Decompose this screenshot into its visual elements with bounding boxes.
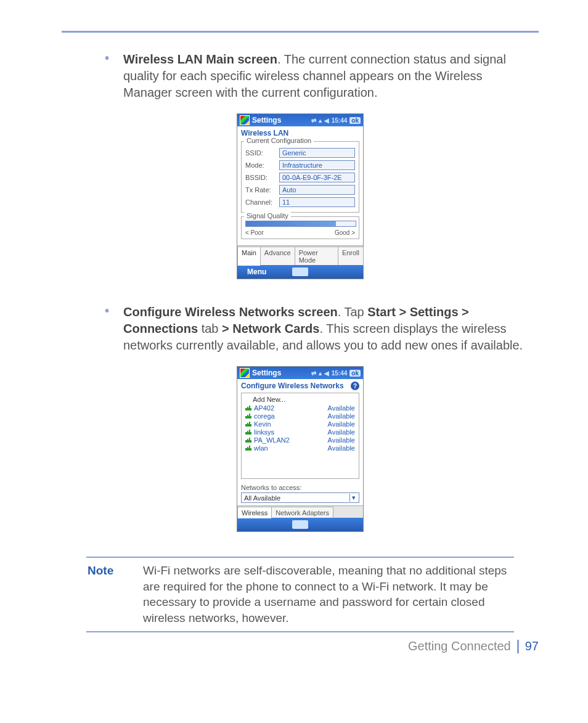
- network-name: corega: [254, 412, 275, 420]
- channel-input[interactable]: 11: [279, 197, 355, 207]
- txrate-label: Tx Rate:: [245, 186, 279, 194]
- pda-tabs: Main Advance Power Mode Enroll: [237, 245, 363, 265]
- page-footer: Getting Connected 97: [408, 639, 539, 653]
- current-config-legend: Current Configuration: [244, 137, 314, 144]
- bullet-2: • Configure Wireless Networks screen. Ta…: [105, 304, 533, 354]
- note-box: Note Wi-Fi networks are self-discoverabl…: [86, 557, 514, 632]
- wifi-signal-icon: [245, 430, 251, 435]
- tab-main[interactable]: Main: [237, 247, 261, 266]
- tab-power-mode[interactable]: Power Mode: [295, 247, 338, 266]
- network-row[interactable]: linksysAvailable: [245, 428, 355, 436]
- wifi-signal-icon: [245, 414, 251, 419]
- bullet-2-t1: . Tap: [338, 305, 368, 319]
- help-icon[interactable]: ?: [351, 382, 359, 390]
- network-status: Available: [328, 436, 355, 444]
- network-status: Available: [328, 420, 355, 428]
- networks-access-dropdown[interactable]: All Available ▾: [241, 492, 359, 503]
- tab-advance[interactable]: Advance: [260, 247, 295, 266]
- network-row[interactable]: KevinAvailable: [245, 420, 355, 428]
- pda-titlebar: Settings ⇄ ▴ ◀ 15:44 ok: [237, 367, 363, 379]
- bullet-2-title: Configure Wireless Networks screen: [123, 305, 338, 319]
- volume-icon: ◀: [324, 370, 329, 377]
- pda-subtitle: Configure Wireless Networks ?: [237, 379, 363, 391]
- network-name: AP402: [254, 404, 274, 412]
- wifi-signal-icon: [245, 406, 251, 411]
- tab-enroll[interactable]: Enroll: [338, 247, 364, 266]
- bullet-mark-icon: •: [105, 304, 123, 354]
- tab-network-adapters[interactable]: Network Adapters: [271, 507, 333, 518]
- network-name: wlan: [254, 444, 268, 452]
- signal-icon: ▴: [319, 117, 322, 124]
- network-status: Available: [328, 412, 355, 420]
- network-status: Available: [328, 444, 355, 452]
- signal-icon: ▴: [319, 370, 322, 377]
- network-row[interactable]: AP402Available: [245, 404, 355, 412]
- footer-page-number: 97: [525, 639, 539, 653]
- signal-good-label: Good >: [335, 229, 355, 236]
- bssid-input[interactable]: 00-0A-E9-0F-3F-2E: [279, 173, 355, 182]
- network-row[interactable]: wlanAvailable: [245, 444, 355, 452]
- chevron-down-icon: ▾: [349, 494, 357, 502]
- pda-menubar: [237, 518, 363, 531]
- mode-input[interactable]: Infrastructure: [279, 160, 355, 170]
- keyboard-icon[interactable]: [292, 268, 308, 276]
- pda-tabs: Wireless Network Adapters: [237, 505, 363, 518]
- status-icons: ⇄ ▴ ◀ 15:44 ok: [311, 117, 361, 124]
- note-label: Note: [88, 563, 143, 626]
- top-rule: [62, 31, 539, 33]
- tab-wireless[interactable]: Wireless: [237, 507, 272, 518]
- ok-button[interactable]: ok: [349, 117, 361, 124]
- windows-flag-icon: [240, 115, 250, 125]
- menu-button[interactable]: Menu: [247, 268, 266, 276]
- bullet-2-text: Configure Wireless Networks screen. Tap …: [123, 304, 533, 354]
- bullet-1-title: Wireless LAN Main screen: [123, 52, 277, 66]
- network-name: linksys: [254, 428, 274, 436]
- mode-label: Mode:: [245, 161, 279, 169]
- ssid-label: SSID:: [245, 149, 279, 157]
- bullet-2-path2: > Network Cards: [222, 322, 319, 335]
- network-row[interactable]: PA_WLAN2Available: [245, 436, 355, 444]
- pda-menubar: Menu: [237, 265, 363, 279]
- pda-subtitle-text: Wireless LAN: [241, 129, 288, 137]
- bullet-1-text: Wireless LAN Main screen. The current co…: [123, 51, 533, 101]
- network-name: Kevin: [254, 420, 271, 428]
- pda-screen-configure-networks: Settings ⇄ ▴ ◀ 15:44 ok Configure Wirele…: [237, 366, 364, 532]
- networks-access-value: All Available: [244, 494, 280, 502]
- volume-icon: ◀: [324, 117, 329, 124]
- connectivity-icon: ⇄: [311, 117, 316, 124]
- ssid-input[interactable]: Generic: [279, 148, 355, 158]
- footer-separator: [517, 640, 519, 653]
- network-name: PA_WLAN2: [254, 436, 290, 444]
- bullet-2-t2: tab: [198, 322, 222, 335]
- ok-button[interactable]: ok: [349, 370, 361, 377]
- bssid-label: BSSID:: [245, 174, 279, 181]
- networks-access-label: Networks to access:: [241, 484, 359, 491]
- bullet-1: • Wireless LAN Main screen. The current …: [105, 51, 533, 101]
- signal-quality-legend: Signal Quality: [244, 212, 291, 219]
- connectivity-icon: ⇄: [311, 370, 316, 377]
- wifi-signal-icon: [245, 422, 251, 427]
- txrate-input[interactable]: Auto: [279, 185, 355, 195]
- networks-list[interactable]: Add New... AP402AvailablecoregaAvailable…: [241, 393, 359, 479]
- channel-label: Channel:: [245, 198, 279, 206]
- pda-title: Settings: [252, 369, 311, 377]
- signal-bar: [245, 221, 356, 227]
- keyboard-icon[interactable]: [292, 520, 308, 529]
- note-text: Wi-Fi networks are self-discoverable, me…: [143, 563, 513, 626]
- network-status: Available: [328, 404, 355, 412]
- signal-poor-label: < Poor: [245, 229, 264, 236]
- wifi-signal-icon: [245, 446, 251, 451]
- footer-section: Getting Connected: [408, 639, 511, 653]
- network-row[interactable]: coregaAvailable: [245, 412, 355, 420]
- windows-flag-icon: [240, 368, 250, 378]
- signal-fill: [246, 221, 336, 226]
- network-status: Available: [328, 428, 355, 436]
- pda-subtitle-text: Configure Wireless Networks: [241, 382, 344, 390]
- clock-text: 15:44: [332, 117, 348, 124]
- bullet-mark-icon: •: [105, 51, 123, 101]
- current-config-group: Current Configuration SSID: Generic Mode…: [241, 141, 359, 213]
- clock-text: 15:44: [332, 370, 348, 377]
- status-icons: ⇄ ▴ ◀ 15:44 ok: [311, 370, 361, 377]
- add-new-item[interactable]: Add New...: [245, 396, 355, 403]
- pda-screen-wlan: Settings ⇄ ▴ ◀ 15:44 ok Wireless LAN Cur…: [237, 113, 364, 279]
